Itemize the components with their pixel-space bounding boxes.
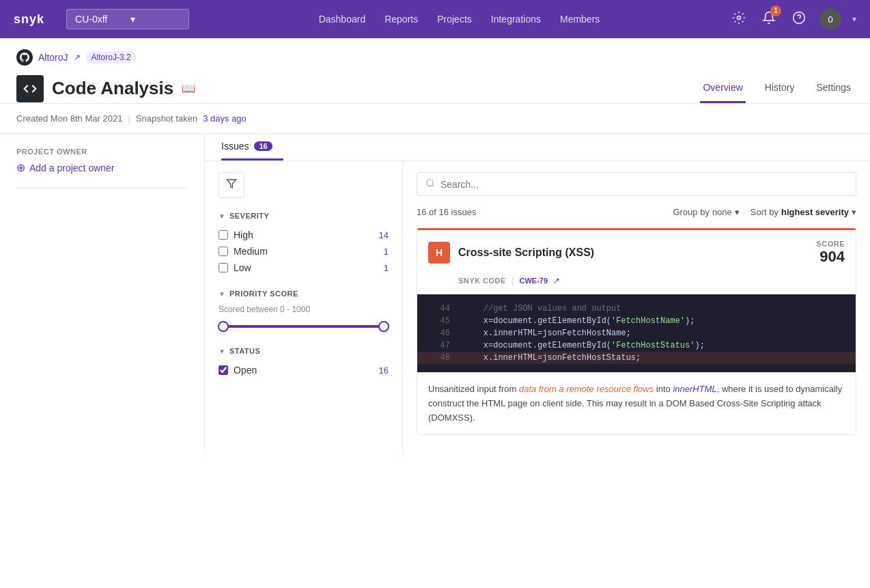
desc-highlight-inner-html: innerHTML <box>673 384 716 394</box>
code-content-44: //get JSON values and output <box>464 304 621 313</box>
add-project-owner-button[interactable]: ⊕ Add a project owner <box>16 161 115 174</box>
plus-icon: ⊕ <box>16 161 25 174</box>
score-value: 904 <box>816 248 845 266</box>
sort-controls: Group by none ▾ Sort by highest severity… <box>673 207 856 217</box>
avatar-chevron: ▾ <box>852 14 856 24</box>
range-fill <box>219 325 389 328</box>
range-thumb-left[interactable] <box>218 321 229 332</box>
code-line-48: 48 x.innerHTML=jsonFetchHostStatus; <box>417 352 856 364</box>
repo-link[interactable]: AltoroJ <box>38 52 68 63</box>
tab-overview[interactable]: Overview <box>700 74 745 103</box>
priority-section-title: PRIORITY SCORE <box>229 290 298 298</box>
filter-high-checkbox[interactable] <box>219 230 228 240</box>
issues-content: Issues 16 ▼ S <box>205 134 870 454</box>
priority-range-label: Scored between 0 - 1000 <box>219 305 389 314</box>
project-owner-label: PROJECT OWNER <box>16 148 188 156</box>
meta-source: SNYK CODE <box>458 277 506 285</box>
priority-section-header[interactable]: ▼ PRIORITY SCORE <box>219 290 389 298</box>
issues-list-header: 16 of 16 issues Group by none ▾ Sort by … <box>417 207 856 217</box>
priority-score-section: ▼ PRIORITY SCORE Scored between 0 - 1000 <box>219 290 389 333</box>
notification-count: 1 <box>770 5 781 16</box>
code-line-46: 46 x.innerHTML=jsonFetchHostName; <box>417 327 856 339</box>
filter-low-checkbox[interactable] <box>219 263 228 272</box>
line-number-48: 48 <box>428 353 450 363</box>
code-content-45: x=document.getElementById('FetchHostName… <box>464 316 694 326</box>
group-by-dropdown[interactable]: Group by none ▾ <box>673 207 739 217</box>
range-thumb-right[interactable] <box>378 321 389 332</box>
svg-line-4 <box>432 185 434 187</box>
chevron-down-icon: ▾ <box>130 14 180 25</box>
topnav: snyk CU-0xff ▾ Dashboard Reports Project… <box>0 0 870 38</box>
filter-button[interactable] <box>219 172 244 198</box>
sort-by-label: Sort by <box>750 207 778 217</box>
issue-score-section: SCORE 904 <box>816 240 845 266</box>
issues-count-badge: 16 <box>254 141 272 151</box>
tab-history[interactable]: History <box>762 74 798 103</box>
filter-medium[interactable]: Medium 1 <box>219 243 389 260</box>
issues-tabs: Issues 16 <box>205 134 870 161</box>
code-content-48: x.innerHTML=jsonFetchHostStatus; <box>464 353 641 363</box>
snyk-logo: snyk <box>14 12 44 27</box>
code-content-47: x=document.getElementById('FetchHostStat… <box>464 341 705 350</box>
github-icon <box>16 49 33 66</box>
filter-open-label: Open <box>234 365 374 376</box>
nav-projects[interactable]: Projects <box>437 11 472 27</box>
priority-chevron: ▼ <box>219 290 225 298</box>
notifications-button[interactable]: 1 <box>759 8 778 31</box>
filter-open[interactable]: Open 16 <box>219 362 389 378</box>
filter-low[interactable]: Low 1 <box>219 260 389 276</box>
filter-open-checkbox[interactable] <box>219 365 228 375</box>
help-button[interactable] <box>789 8 809 31</box>
filter-medium-checkbox[interactable] <box>219 247 228 256</box>
nav-reports[interactable]: Reports <box>384 11 418 27</box>
main-container: AltoroJ ↗ AltoroJ-3.2 Code Analysis 📖 Ov… <box>0 38 870 588</box>
settings-button[interactable] <box>729 8 748 31</box>
issue-card[interactable]: H Cross-site Scripting (XSS) SCORE 904 S… <box>417 228 856 435</box>
separator: | <box>128 113 130 124</box>
page-heading: Code Analysis <box>52 78 173 99</box>
group-by-label: Group by <box>673 207 709 217</box>
sort-by-dropdown[interactable]: Sort by highest severity ▾ <box>750 207 856 217</box>
sort-by-value: highest severity <box>781 207 849 217</box>
org-selector[interactable]: CU-0xff ▾ <box>66 9 189 29</box>
group-by-chevron: ▾ <box>735 207 740 217</box>
org-name: CU-0xff <box>75 14 125 25</box>
filter-high[interactable]: High 14 <box>219 227 389 243</box>
nav-members[interactable]: Members <box>560 11 600 27</box>
snapshot-link[interactable]: 3 days ago <box>203 113 247 124</box>
cwe-external-icon: ↗ <box>553 276 560 285</box>
sub-header: Created Mon 8th Mar 2021 | Snapshot take… <box>0 104 870 134</box>
nav-dashboard[interactable]: Dashboard <box>319 11 366 27</box>
tab-settings[interactable]: Settings <box>813 74 854 103</box>
filter-high-label: High <box>234 229 374 240</box>
tab-issues[interactable]: Issues 16 <box>221 134 283 160</box>
content-body: PROJECT OWNER ⊕ Add a project owner Issu… <box>0 134 870 454</box>
page-title-row: Code Analysis 📖 Overview History Setting… <box>16 74 854 103</box>
filter-low-label: Low <box>234 262 378 273</box>
search-icon <box>425 178 435 190</box>
status-section-title: STATUS <box>229 347 260 355</box>
priority-range-slider[interactable] <box>219 320 389 333</box>
severity-section-header[interactable]: ▼ SEVERITY <box>219 212 389 220</box>
cwe-link[interactable]: CWE-79 <box>520 277 548 285</box>
severity-filter-section: ▼ SEVERITY High 14 Medium 1 <box>219 212 389 276</box>
sort-by-chevron: ▾ <box>852 207 856 217</box>
page-title: Code Analysis 📖 <box>16 75 195 102</box>
search-input[interactable] <box>440 179 847 190</box>
meta-separator: | <box>511 275 514 286</box>
filter-low-count: 1 <box>384 263 389 273</box>
code-line-44: 44 //get JSON values and output <box>417 303 856 315</box>
status-section-header[interactable]: ▼ STATUS <box>219 347 389 355</box>
desc-highlight-flow: data from a remote resource flows <box>519 384 654 394</box>
severity-chevron: ▼ <box>219 212 225 220</box>
documentation-icon[interactable]: 📖 <box>182 82 195 95</box>
code-analysis-icon <box>16 75 44 102</box>
issues-layout: ▼ SEVERITY High 14 Medium 1 <box>205 161 870 454</box>
issues-tab-label: Issues <box>221 141 249 152</box>
user-avatar[interactable]: 0 <box>819 8 841 30</box>
issue-meta: SNYK CODE | CWE-79 ↗ <box>417 275 856 294</box>
range-track <box>219 325 389 328</box>
nav-integrations[interactable]: Integrations <box>491 11 541 27</box>
external-link-icon: ↗ <box>74 53 81 62</box>
severity-badge: H <box>428 242 450 264</box>
